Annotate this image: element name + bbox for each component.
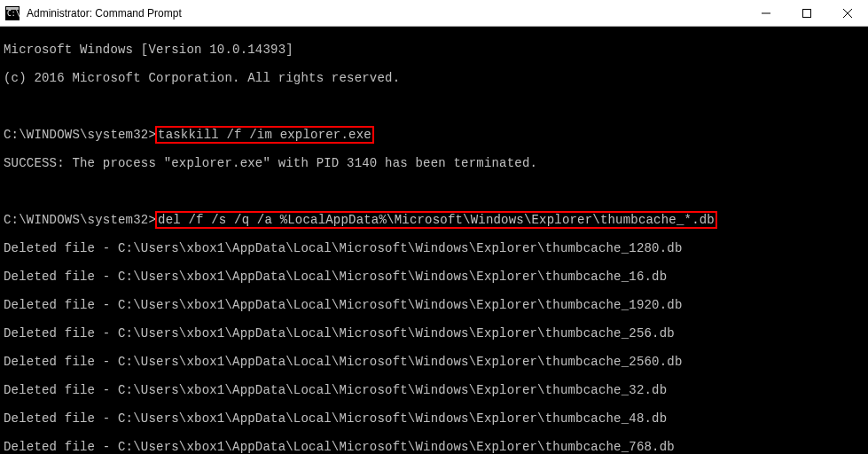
deleted-line: Deleted file - C:\Users\xbox1\AppData\Lo… bbox=[4, 298, 864, 312]
deleted-line: Deleted file - C:\Users\xbox1\AppData\Lo… bbox=[4, 270, 864, 284]
prompt-prefix: C:\WINDOWS\system32> bbox=[4, 213, 156, 227]
deleted-line: Deleted file - C:\Users\xbox1\AppData\Lo… bbox=[4, 355, 864, 369]
blank-line bbox=[4, 99, 864, 114]
minimize-button[interactable] bbox=[746, 0, 786, 26]
prompt-prefix: C:\WINDOWS\system32> bbox=[4, 128, 156, 142]
deleted-line: Deleted file - C:\Users\xbox1\AppData\Lo… bbox=[4, 383, 864, 397]
prompt-line-1: C:\WINDOWS\system32>taskkill /f /im expl… bbox=[4, 128, 864, 142]
version-line: Microsoft Windows [Version 10.0.14393] bbox=[4, 43, 864, 57]
svg-text:C:\: C:\ bbox=[7, 10, 20, 18]
blank-line bbox=[4, 184, 864, 199]
close-button[interactable] bbox=[827, 0, 868, 26]
command-highlight-2: del /f /s /q /a %LocalAppData%\Microsoft… bbox=[155, 211, 717, 229]
deleted-line: Deleted file - C:\Users\xbox1\AppData\Lo… bbox=[4, 326, 864, 340]
minimize-icon bbox=[762, 9, 770, 18]
svg-rect-4 bbox=[803, 9, 811, 17]
maximize-button[interactable] bbox=[786, 0, 827, 26]
window-titlebar: C:\ Administrator: Command Prompt bbox=[0, 0, 868, 27]
deleted-line: Deleted file - C:\Users\xbox1\AppData\Lo… bbox=[4, 241, 864, 255]
deleted-line: Deleted file - C:\Users\xbox1\AppData\Lo… bbox=[4, 440, 864, 454]
close-icon bbox=[843, 9, 852, 18]
window-controls bbox=[746, 0, 868, 26]
cmd-icon: C:\ bbox=[5, 6, 20, 20]
maximize-icon bbox=[802, 9, 811, 18]
prompt-line-2: C:\WINDOWS\system32>del /f /s /q /a %Loc… bbox=[4, 213, 864, 227]
deleted-line: Deleted file - C:\Users\xbox1\AppData\Lo… bbox=[4, 411, 864, 426]
copyright-line: (c) 2016 Microsoft Corporation. All righ… bbox=[4, 71, 864, 85]
command-highlight-1: taskkill /f /im explorer.exe bbox=[155, 126, 374, 144]
success-line: SUCCESS: The process "explorer.exe" with… bbox=[4, 156, 864, 170]
window-title: Administrator: Command Prompt bbox=[25, 7, 746, 20]
terminal-output[interactable]: Microsoft Windows [Version 10.0.14393] (… bbox=[0, 27, 868, 454]
